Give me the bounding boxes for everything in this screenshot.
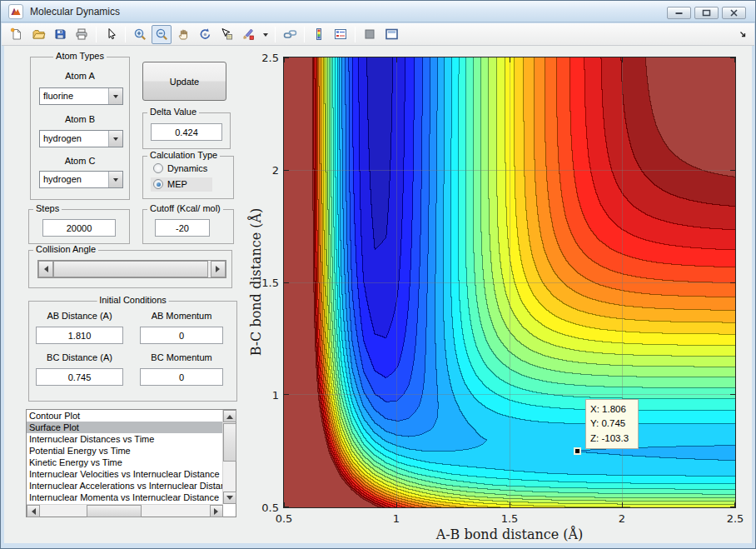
open-file-button[interactable] bbox=[28, 25, 48, 44]
brush-dropdown-button[interactable] bbox=[260, 25, 271, 44]
datatip-z: Z: -103.3 bbox=[590, 432, 634, 446]
chevron-down-icon bbox=[113, 95, 118, 101]
close-icon bbox=[729, 9, 739, 17]
x-tick: 1.5 bbox=[493, 512, 526, 525]
hide-plot-tools-button[interactable] bbox=[360, 25, 380, 44]
datatip-marker[interactable] bbox=[574, 447, 581, 455]
update-button[interactable]: Update bbox=[142, 62, 226, 101]
open-file-icon bbox=[32, 27, 46, 41]
initial-conditions-title: Initial Conditions bbox=[97, 295, 169, 305]
brush-icon bbox=[241, 27, 255, 41]
atom-b-dropdown[interactable]: hydrogen bbox=[39, 130, 123, 147]
edit-plot-button[interactable] bbox=[101, 25, 121, 44]
axes-area: X: 1.806 Y: 0.745 Z: -103.3 bbox=[284, 57, 735, 507]
title-bar[interactable]: Molecular Dynamics bbox=[1, 1, 755, 22]
radio-dynamics-circle[interactable] bbox=[153, 163, 163, 173]
chevron-down-icon bbox=[113, 137, 118, 143]
radio-dynamics[interactable]: Dynamics bbox=[153, 163, 207, 173]
horizontal-scroll-thumb[interactable] bbox=[87, 505, 142, 517]
toolbar-overflow-arrow[interactable] bbox=[739, 27, 747, 42]
list-item[interactable]: Kinetic Energy vs Time bbox=[27, 457, 223, 468]
save-figure-button[interactable] bbox=[50, 25, 70, 44]
zoom-in-icon bbox=[133, 27, 147, 42]
chevron-down-icon bbox=[263, 33, 268, 39]
minimize-button[interactable] bbox=[667, 7, 691, 19]
list-item-selected[interactable]: Surface Plot bbox=[27, 422, 223, 433]
edit-plot-icon bbox=[104, 27, 117, 41]
dock-figure-icon bbox=[385, 27, 399, 41]
atom-c-dropdown-button[interactable] bbox=[108, 172, 122, 187]
bc-momentum-field[interactable]: 0 bbox=[140, 368, 223, 386]
slider-right-arrow[interactable] bbox=[211, 261, 226, 277]
rotate-3d-button[interactable] bbox=[195, 25, 215, 44]
close-button[interactable] bbox=[722, 7, 746, 19]
bc-distance-label: BC Distance (A) bbox=[36, 352, 123, 362]
zoom-out-button[interactable] bbox=[152, 25, 172, 44]
slider-thumb[interactable] bbox=[53, 261, 208, 277]
bc-distance-field[interactable]: 0.745 bbox=[36, 368, 123, 386]
link-plot-button[interactable] bbox=[280, 25, 300, 44]
list-item[interactable]: Internuclear Momenta vs Internuclear Dis… bbox=[27, 492, 223, 503]
toolbar-separator bbox=[355, 27, 356, 42]
contour-plot-canvas[interactable] bbox=[284, 57, 735, 507]
list-item[interactable]: Internuclear Accelerations vs Internucle… bbox=[27, 480, 223, 492]
radio-mep-circle[interactable] bbox=[153, 179, 163, 189]
vertical-scroll-thumb[interactable] bbox=[223, 423, 236, 462]
hide-plot-tools-icon bbox=[363, 27, 376, 41]
radio-mep[interactable]: MEP bbox=[153, 179, 187, 189]
scroll-right-button[interactable] bbox=[210, 505, 223, 517]
ab-momentum-field[interactable]: 0 bbox=[140, 327, 223, 344]
new-figure-button[interactable] bbox=[7, 25, 27, 44]
show-plot-tools-dock-button[interactable] bbox=[381, 25, 401, 44]
slider-left-arrow[interactable] bbox=[38, 261, 53, 277]
toolbar-separator bbox=[275, 27, 276, 42]
scroll-up-button[interactable] bbox=[223, 410, 236, 422]
insert-legend-button[interactable] bbox=[331, 25, 351, 44]
y-axis-label: B-C bond distance (Å) bbox=[248, 157, 264, 407]
list-item[interactable]: Internuclear Distances vs Time bbox=[27, 433, 223, 445]
zoom-in-button[interactable] bbox=[130, 25, 150, 44]
new-figure-icon bbox=[10, 27, 23, 41]
arrow-up-icon bbox=[226, 412, 233, 419]
datatip-x: X: 1.806 bbox=[590, 402, 634, 417]
insert-colorbar-icon bbox=[312, 27, 326, 41]
cutoff-field[interactable]: -20 bbox=[155, 219, 210, 237]
list-item[interactable]: Contour Plot bbox=[27, 410, 223, 422]
calculation-type-title: Calculation Type bbox=[147, 150, 220, 160]
datatip-box[interactable]: X: 1.806 Y: 0.745 Z: -103.3 bbox=[585, 399, 639, 449]
matlab-logo-icon bbox=[8, 4, 23, 19]
atom-a-label: Atom A bbox=[30, 71, 130, 81]
print-figure-icon bbox=[75, 27, 88, 41]
pan-button[interactable] bbox=[173, 25, 193, 44]
insert-legend-icon bbox=[334, 27, 347, 41]
link-plot-icon bbox=[283, 27, 297, 41]
plot-type-listbox[interactable]: Contour Plot Surface Plot Internuclear D… bbox=[26, 409, 236, 517]
figure-client-area: Atom Types Atom A fluorine Atom B hydrog… bbox=[4, 46, 752, 543]
window-title: Molecular Dynamics bbox=[30, 6, 120, 17]
insert-colorbar-button[interactable] bbox=[309, 25, 329, 44]
list-item[interactable]: Internuclear Velocities vs Internuclear … bbox=[27, 468, 223, 480]
collision-angle-slider[interactable] bbox=[37, 260, 226, 278]
scroll-down-button[interactable] bbox=[223, 492, 236, 504]
atom-a-dropdown-button[interactable] bbox=[108, 88, 122, 104]
list-item[interactable]: Potential Energy vs Time bbox=[27, 445, 223, 457]
x-tick: 2.5 bbox=[719, 512, 752, 525]
atom-a-dropdown[interactable]: fluorine bbox=[39, 87, 123, 105]
brush-data-button[interactable] bbox=[238, 25, 258, 44]
save-figure-icon bbox=[53, 27, 67, 41]
chevron-down-icon bbox=[113, 178, 118, 184]
data-cursor-button[interactable] bbox=[216, 25, 236, 44]
vertical-scrollbar[interactable] bbox=[222, 410, 236, 504]
atom-b-dropdown-button[interactable] bbox=[108, 131, 122, 147]
steps-field[interactable]: 20000 bbox=[42, 219, 116, 237]
atom-c-dropdown[interactable]: hydrogen bbox=[39, 171, 123, 188]
print-figure-button[interactable] bbox=[72, 25, 92, 44]
datatip-y: Y: 0.745 bbox=[590, 417, 634, 431]
delta-value-title: Delta Value bbox=[147, 107, 199, 117]
horizontal-scrollbar[interactable] bbox=[27, 504, 223, 517]
delta-value-field[interactable]: 0.424 bbox=[151, 123, 222, 141]
ab-distance-field[interactable]: 1.810 bbox=[36, 327, 123, 344]
maximize-button[interactable] bbox=[694, 7, 719, 19]
arrow-right-icon bbox=[216, 266, 223, 272]
scroll-left-button[interactable] bbox=[27, 505, 40, 517]
